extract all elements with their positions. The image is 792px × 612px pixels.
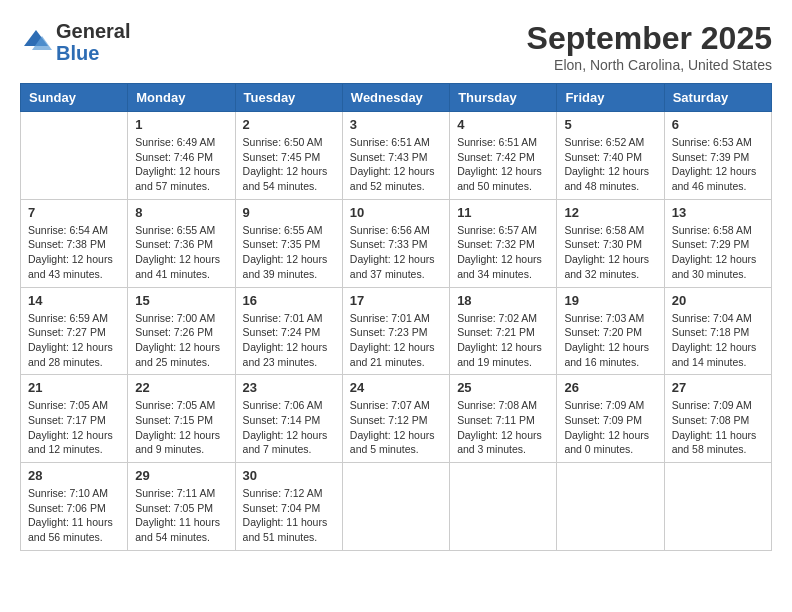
- day-info: Sunrise: 6:51 AMSunset: 7:43 PMDaylight:…: [350, 135, 442, 194]
- weekday-header-saturday: Saturday: [664, 84, 771, 112]
- weekday-header-row: SundayMondayTuesdayWednesdayThursdayFrid…: [21, 84, 772, 112]
- calendar-cell: 2Sunrise: 6:50 AMSunset: 7:45 PMDaylight…: [235, 112, 342, 200]
- day-number: 17: [350, 293, 442, 308]
- day-number: 19: [564, 293, 656, 308]
- calendar-cell: 1Sunrise: 6:49 AMSunset: 7:46 PMDaylight…: [128, 112, 235, 200]
- weekday-header-thursday: Thursday: [450, 84, 557, 112]
- day-number: 10: [350, 205, 442, 220]
- day-number: 20: [672, 293, 764, 308]
- calendar-week-1: 1Sunrise: 6:49 AMSunset: 7:46 PMDaylight…: [21, 112, 772, 200]
- day-info: Sunrise: 6:57 AMSunset: 7:32 PMDaylight:…: [457, 223, 549, 282]
- logo-general: General: [56, 20, 130, 42]
- day-info: Sunrise: 6:55 AMSunset: 7:36 PMDaylight:…: [135, 223, 227, 282]
- day-number: 14: [28, 293, 120, 308]
- calendar-cell: 5Sunrise: 6:52 AMSunset: 7:40 PMDaylight…: [557, 112, 664, 200]
- day-info: Sunrise: 7:05 AMSunset: 7:15 PMDaylight:…: [135, 398, 227, 457]
- day-info: Sunrise: 7:02 AMSunset: 7:21 PMDaylight:…: [457, 311, 549, 370]
- calendar-cell: 8Sunrise: 6:55 AMSunset: 7:36 PMDaylight…: [128, 199, 235, 287]
- calendar-cell: 19Sunrise: 7:03 AMSunset: 7:20 PMDayligh…: [557, 287, 664, 375]
- day-info: Sunrise: 7:01 AMSunset: 7:24 PMDaylight:…: [243, 311, 335, 370]
- calendar-week-2: 7Sunrise: 6:54 AMSunset: 7:38 PMDaylight…: [21, 199, 772, 287]
- weekday-header-friday: Friday: [557, 84, 664, 112]
- day-number: 26: [564, 380, 656, 395]
- day-number: 5: [564, 117, 656, 132]
- calendar-cell: 13Sunrise: 6:58 AMSunset: 7:29 PMDayligh…: [664, 199, 771, 287]
- title-area: September 2025 Elon, North Carolina, Uni…: [527, 20, 772, 73]
- day-info: Sunrise: 7:06 AMSunset: 7:14 PMDaylight:…: [243, 398, 335, 457]
- calendar-cell: 28Sunrise: 7:10 AMSunset: 7:06 PMDayligh…: [21, 463, 128, 551]
- calendar-week-5: 28Sunrise: 7:10 AMSunset: 7:06 PMDayligh…: [21, 463, 772, 551]
- page-header: General Blue September 2025 Elon, North …: [20, 20, 772, 73]
- calendar-cell: 10Sunrise: 6:56 AMSunset: 7:33 PMDayligh…: [342, 199, 449, 287]
- calendar-cell: 24Sunrise: 7:07 AMSunset: 7:12 PMDayligh…: [342, 375, 449, 463]
- calendar-cell: 15Sunrise: 7:00 AMSunset: 7:26 PMDayligh…: [128, 287, 235, 375]
- day-info: Sunrise: 7:01 AMSunset: 7:23 PMDaylight:…: [350, 311, 442, 370]
- calendar-cell: 3Sunrise: 6:51 AMSunset: 7:43 PMDaylight…: [342, 112, 449, 200]
- calendar-cell: [450, 463, 557, 551]
- day-number: 2: [243, 117, 335, 132]
- day-info: Sunrise: 7:09 AMSunset: 7:08 PMDaylight:…: [672, 398, 764, 457]
- day-info: Sunrise: 6:53 AMSunset: 7:39 PMDaylight:…: [672, 135, 764, 194]
- calendar-cell: 25Sunrise: 7:08 AMSunset: 7:11 PMDayligh…: [450, 375, 557, 463]
- day-info: Sunrise: 6:56 AMSunset: 7:33 PMDaylight:…: [350, 223, 442, 282]
- day-info: Sunrise: 7:09 AMSunset: 7:09 PMDaylight:…: [564, 398, 656, 457]
- day-number: 25: [457, 380, 549, 395]
- calendar-week-3: 14Sunrise: 6:59 AMSunset: 7:27 PMDayligh…: [21, 287, 772, 375]
- calendar-cell: 16Sunrise: 7:01 AMSunset: 7:24 PMDayligh…: [235, 287, 342, 375]
- day-info: Sunrise: 7:00 AMSunset: 7:26 PMDaylight:…: [135, 311, 227, 370]
- day-number: 30: [243, 468, 335, 483]
- day-info: Sunrise: 6:49 AMSunset: 7:46 PMDaylight:…: [135, 135, 227, 194]
- day-number: 29: [135, 468, 227, 483]
- day-number: 12: [564, 205, 656, 220]
- calendar-cell: 23Sunrise: 7:06 AMSunset: 7:14 PMDayligh…: [235, 375, 342, 463]
- calendar-cell: 11Sunrise: 6:57 AMSunset: 7:32 PMDayligh…: [450, 199, 557, 287]
- calendar-cell: 26Sunrise: 7:09 AMSunset: 7:09 PMDayligh…: [557, 375, 664, 463]
- calendar-cell: 27Sunrise: 7:09 AMSunset: 7:08 PMDayligh…: [664, 375, 771, 463]
- day-info: Sunrise: 6:55 AMSunset: 7:35 PMDaylight:…: [243, 223, 335, 282]
- day-info: Sunrise: 6:58 AMSunset: 7:30 PMDaylight:…: [564, 223, 656, 282]
- logo-blue: Blue: [56, 42, 130, 64]
- calendar-table: SundayMondayTuesdayWednesdayThursdayFrid…: [20, 83, 772, 551]
- day-number: 18: [457, 293, 549, 308]
- calendar-cell: 12Sunrise: 6:58 AMSunset: 7:30 PMDayligh…: [557, 199, 664, 287]
- calendar-body: 1Sunrise: 6:49 AMSunset: 7:46 PMDaylight…: [21, 112, 772, 551]
- day-number: 28: [28, 468, 120, 483]
- logo-icon: [20, 26, 52, 58]
- weekday-header-tuesday: Tuesday: [235, 84, 342, 112]
- day-info: Sunrise: 7:08 AMSunset: 7:11 PMDaylight:…: [457, 398, 549, 457]
- calendar-cell: 6Sunrise: 6:53 AMSunset: 7:39 PMDaylight…: [664, 112, 771, 200]
- day-info: Sunrise: 6:58 AMSunset: 7:29 PMDaylight:…: [672, 223, 764, 282]
- logo: General Blue: [20, 20, 130, 64]
- day-number: 11: [457, 205, 549, 220]
- day-number: 6: [672, 117, 764, 132]
- calendar-cell: 9Sunrise: 6:55 AMSunset: 7:35 PMDaylight…: [235, 199, 342, 287]
- day-number: 22: [135, 380, 227, 395]
- calendar-cell: 30Sunrise: 7:12 AMSunset: 7:04 PMDayligh…: [235, 463, 342, 551]
- calendar-cell: 14Sunrise: 6:59 AMSunset: 7:27 PMDayligh…: [21, 287, 128, 375]
- day-number: 13: [672, 205, 764, 220]
- day-number: 21: [28, 380, 120, 395]
- day-number: 4: [457, 117, 549, 132]
- month-title: September 2025: [527, 20, 772, 57]
- day-info: Sunrise: 7:11 AMSunset: 7:05 PMDaylight:…: [135, 486, 227, 545]
- day-number: 23: [243, 380, 335, 395]
- calendar-cell: 20Sunrise: 7:04 AMSunset: 7:18 PMDayligh…: [664, 287, 771, 375]
- day-number: 16: [243, 293, 335, 308]
- weekday-header-monday: Monday: [128, 84, 235, 112]
- calendar-cell: [21, 112, 128, 200]
- day-number: 8: [135, 205, 227, 220]
- day-number: 9: [243, 205, 335, 220]
- calendar-cell: 22Sunrise: 7:05 AMSunset: 7:15 PMDayligh…: [128, 375, 235, 463]
- calendar-cell: 7Sunrise: 6:54 AMSunset: 7:38 PMDaylight…: [21, 199, 128, 287]
- day-number: 27: [672, 380, 764, 395]
- day-info: Sunrise: 6:54 AMSunset: 7:38 PMDaylight:…: [28, 223, 120, 282]
- day-number: 7: [28, 205, 120, 220]
- weekday-header-wednesday: Wednesday: [342, 84, 449, 112]
- calendar-week-4: 21Sunrise: 7:05 AMSunset: 7:17 PMDayligh…: [21, 375, 772, 463]
- day-info: Sunrise: 6:51 AMSunset: 7:42 PMDaylight:…: [457, 135, 549, 194]
- day-info: Sunrise: 6:59 AMSunset: 7:27 PMDaylight:…: [28, 311, 120, 370]
- day-number: 15: [135, 293, 227, 308]
- day-info: Sunrise: 7:03 AMSunset: 7:20 PMDaylight:…: [564, 311, 656, 370]
- calendar-cell: 29Sunrise: 7:11 AMSunset: 7:05 PMDayligh…: [128, 463, 235, 551]
- day-info: Sunrise: 7:12 AMSunset: 7:04 PMDaylight:…: [243, 486, 335, 545]
